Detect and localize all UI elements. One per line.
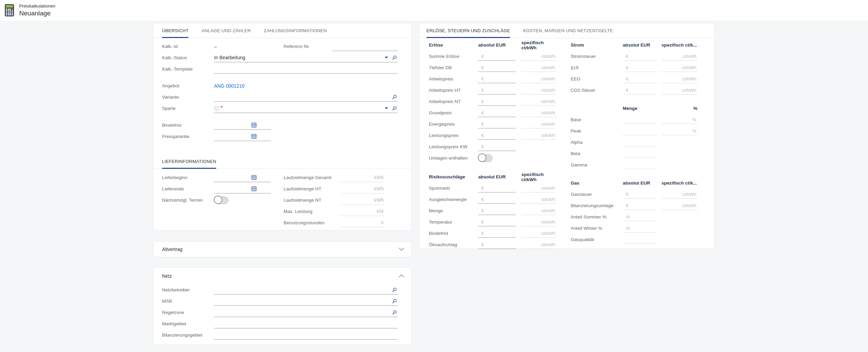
absolut-eur-input[interactable]	[478, 206, 516, 215]
absolut-eur-input[interactable]	[478, 97, 516, 106]
kalk-id-value: –	[214, 44, 284, 49]
naechstmoegl-termin-toggle[interactable]	[214, 197, 228, 204]
empty-status-circle-icon	[214, 106, 219, 111]
msb-input[interactable]	[214, 297, 388, 305]
col-percent: %	[661, 106, 697, 111]
absolut-eur-input	[623, 86, 657, 95]
preisgarantie-input[interactable]	[214, 132, 270, 141]
spezifisch-input	[661, 75, 697, 83]
sparte-input[interactable]	[226, 104, 381, 113]
search-icon[interactable]	[392, 106, 397, 111]
absolut-eur-input[interactable]	[478, 229, 516, 238]
lieferende-input[interactable]	[214, 184, 270, 193]
gas-title: Gas	[571, 180, 618, 186]
row-gasqualitaet: Gasqualität	[571, 234, 697, 245]
spezifisch-input	[661, 63, 697, 72]
row-bilanzierungsumlage: Bilanzierungsumlage	[571, 200, 697, 211]
kalk-template-input[interactable]	[214, 65, 398, 74]
calendar-icon[interactable]	[251, 186, 257, 191]
row-tiefster-db: Tiefster DB	[429, 62, 556, 73]
row-preisgarantie: Preisgarantie	[162, 131, 398, 142]
lieferbeginn-datefield[interactable]	[214, 173, 271, 182]
row-spotmarkt: Spotmarkt	[429, 183, 556, 194]
variante-field[interactable]	[214, 92, 398, 102]
tab-zahlungsinformationen[interactable]: ZAHLUNGSINFORMATIONEN	[264, 23, 327, 38]
altvertrag-header[interactable]: Altvertrag	[153, 242, 411, 257]
absolut-eur-input[interactable]	[478, 240, 516, 249]
tab-lieferinformationen[interactable]: LIEFERINFORMATIONEN	[162, 154, 216, 168]
menge-input	[623, 149, 657, 158]
chevron-down-icon[interactable]	[384, 56, 388, 59]
absolut-eur-input[interactable]	[478, 195, 516, 204]
bindefrist-datefield[interactable]	[214, 121, 271, 130]
absolut-eur-input[interactable]	[478, 63, 516, 72]
umlagen-enthalten-toggle[interactable]	[478, 154, 493, 162]
variante-label: Variante	[162, 95, 214, 100]
laufzeitmenge-gesamt-input	[340, 173, 384, 182]
sparte-select[interactable]: *	[214, 104, 398, 113]
search-icon[interactable]	[392, 55, 397, 60]
kalk-status-select[interactable]: In Bearbeitung	[214, 53, 398, 62]
row-netzbetreiber: Netzbetreiber	[162, 284, 398, 296]
row-leistungspreis: Leistungspreis	[429, 130, 556, 141]
absolut-eur-input[interactable]	[478, 86, 516, 95]
calendar-icon[interactable]	[251, 175, 257, 180]
absolut-eur-input[interactable]	[478, 52, 516, 61]
spezifisch-input	[521, 86, 556, 95]
row-kalk-status: Kalk.-Status In Bearbeitung	[162, 52, 398, 63]
tab-uebersicht[interactable]: ÜBERSICHT	[162, 23, 188, 38]
calendar-icon[interactable]	[251, 122, 257, 128]
row-temperatur: Temperatur	[429, 216, 556, 228]
chevron-down-icon[interactable]	[384, 107, 388, 110]
absolut-eur-input[interactable]	[478, 142, 516, 151]
regelzone-input[interactable]	[214, 308, 388, 317]
lieferende-datefield[interactable]	[214, 184, 271, 193]
netz-header[interactable]: Netz	[153, 268, 411, 284]
absolut-eur-input[interactable]	[478, 218, 516, 226]
netzbetreiber-input[interactable]	[214, 285, 388, 294]
laufzeitmenge-nt-input	[340, 196, 384, 205]
angebot-link[interactable]: ANG 0001210	[214, 83, 398, 89]
calculation-tabbar: ERLÖSE, STEUERN UND ZUSCHLÄGE KOSTEN, MA…	[419, 23, 715, 38]
row-sparte: Sparte *	[162, 103, 398, 114]
row-variante: Variante	[162, 91, 398, 103]
calendar-icon[interactable]	[251, 134, 257, 139]
row-gassteuer: Gassteuer	[571, 189, 697, 200]
search-icon[interactable]	[392, 95, 397, 100]
menge-input	[623, 115, 657, 124]
preisgarantie-datefield[interactable]	[214, 132, 271, 141]
referenz-nr-input[interactable]	[332, 42, 398, 51]
tab-erloese-steuern-zuschlaege[interactable]: ERLÖSE, STEUERN UND ZUSCHLÄGE	[426, 23, 510, 38]
netzbetreiber-field[interactable]	[214, 285, 398, 294]
row-max-leistung: Max. Leistung	[162, 206, 398, 217]
search-icon[interactable]	[392, 287, 397, 292]
spezifisch-input	[521, 75, 556, 83]
lieferbeginn-input[interactable]	[214, 173, 270, 182]
absolut-eur-input[interactable]	[478, 75, 516, 83]
absolut-eur-input[interactable]	[478, 120, 516, 128]
msb-field[interactable]	[214, 297, 398, 306]
tab-anlage-und-zaehler[interactable]: ANLAGE UND ZÄHLER	[201, 23, 251, 38]
variante-input[interactable]	[214, 92, 388, 101]
referenz-nr-label: Referenz-Nr.	[284, 44, 332, 49]
percent-input	[661, 127, 697, 135]
erloese-title: Erlöse	[429, 42, 473, 48]
marktgebiet-input[interactable]	[214, 319, 398, 328]
netz-title: Netz	[162, 273, 172, 279]
absolut-eur-input[interactable]	[478, 184, 516, 192]
calculation-card: ERLÖSE, STEUERN UND ZUSCHLÄGE KOSTEN, MA…	[419, 23, 715, 249]
regelzone-field[interactable]	[214, 308, 398, 317]
absolut-eur-input[interactable]	[478, 131, 516, 140]
row-marktgebiet: Marktgebiet	[162, 318, 398, 329]
absolut-eur-input[interactable]	[478, 109, 516, 117]
lieferende-label: Lieferende	[162, 186, 214, 191]
bindefrist-input[interactable]	[214, 121, 270, 129]
bilanzierungsgebiet-input[interactable]	[214, 331, 398, 340]
tab-kosten-margen-netzentgelte[interactable]: KOSTEN, MARGEN UND NETZENTGELTE	[523, 23, 613, 38]
row-co2-steuer: CO2-Steuer	[571, 85, 697, 96]
chevron-up-icon[interactable]	[399, 274, 404, 278]
search-icon[interactable]	[392, 310, 397, 315]
chevron-down-icon[interactable]	[399, 248, 404, 251]
search-icon[interactable]	[392, 299, 397, 304]
strom-gas-group: Strom absolut EUR spezifisch ct/k... Str…	[571, 39, 697, 250]
